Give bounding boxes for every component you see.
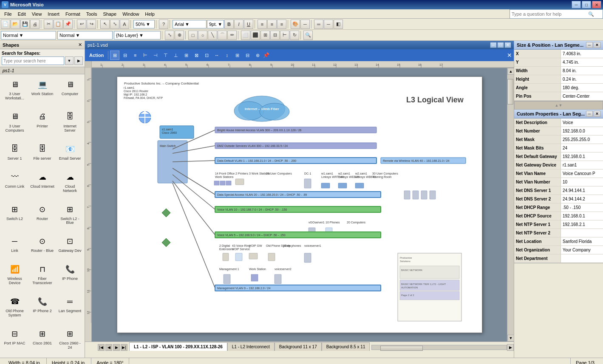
paste-button[interactable]: 📌 bbox=[63, 20, 73, 29]
tab-next-btn[interactable]: ▶ bbox=[113, 344, 120, 351]
props-minimize-btn[interactable]: ─ bbox=[586, 111, 593, 117]
tab-2[interactable]: Background 11 x 17 bbox=[275, 342, 322, 351]
tab-first-btn[interactable]: |◀ bbox=[98, 344, 105, 351]
align-btn[interactable]: ⊢ bbox=[280, 31, 289, 40]
font-dropdown[interactable]: Arial ▼ bbox=[173, 20, 207, 28]
search-dropdown-btn[interactable]: ▼ bbox=[65, 56, 74, 65]
shape-item-25[interactable]: ⊞ Cisco 2801 bbox=[28, 324, 56, 357]
bold-button[interactable]: B bbox=[224, 20, 234, 29]
shapes-tab[interactable]: ps1-1 bbox=[0, 67, 85, 74]
action-btn-9[interactable]: ⊠ bbox=[192, 51, 201, 60]
shape-item-12[interactable]: ⊞ Switch L2 bbox=[1, 200, 28, 232]
rotate-btn[interactable]: ↻ bbox=[290, 31, 299, 40]
size-value-1[interactable]: 4.745 in. bbox=[561, 58, 603, 66]
minimize-button[interactable]: ─ bbox=[572, 1, 581, 8]
prop-value-12[interactable]: 192.168.2.1 bbox=[561, 220, 603, 229]
shape-item-16[interactable]: ⊙ Router - Blue bbox=[28, 232, 56, 260]
zoom-in-btn[interactable]: 🔍 bbox=[303, 31, 313, 40]
doc-minimize-btn[interactable]: ─ bbox=[490, 42, 497, 48]
hscroll-thumb[interactable] bbox=[380, 346, 423, 351]
redo-button[interactable]: ↪ bbox=[87, 20, 96, 29]
shape-item-7[interactable]: 🗄 File server bbox=[28, 140, 56, 168]
size-dropdown[interactable]: 9pt. ▼ bbox=[207, 20, 224, 28]
shape-item-17[interactable]: ⊡ Gateway Dev bbox=[56, 232, 84, 260]
prop-value-16[interactable] bbox=[561, 254, 603, 262]
vscroll-up-btn[interactable]: ▲ bbox=[507, 68, 514, 75]
horizontal-scrollbar[interactable]: ▶ bbox=[371, 344, 514, 351]
line-btn[interactable]: ╲ bbox=[208, 31, 217, 40]
shape-item-9[interactable]: 〰 Comm Link bbox=[1, 168, 28, 200]
action-btn-6[interactable]: ⊤ bbox=[161, 51, 170, 60]
action-btn-11[interactable]: ↔ bbox=[212, 51, 221, 60]
shape-item-8[interactable]: 📧 Email Server bbox=[56, 140, 84, 168]
action-pin-btn[interactable]: 📌 bbox=[263, 52, 269, 58]
menu-shape[interactable]: Shape bbox=[100, 11, 119, 17]
action-btn-1[interactable]: ⊞ bbox=[110, 51, 119, 60]
shapes-close-button[interactable]: ✕ bbox=[78, 42, 82, 48]
prop-value-7[interactable]: 10 bbox=[561, 178, 603, 186]
pencil-btn[interactable]: ✏ bbox=[227, 31, 237, 40]
shape-item-4[interactable]: 🖨 Printer bbox=[28, 107, 56, 140]
connect-btn[interactable]: ⊕ bbox=[175, 31, 184, 40]
shape-item-3[interactable]: 🖥 3 User Computers bbox=[1, 107, 28, 140]
prop-value-11[interactable]: 192.168.0.1 bbox=[561, 212, 603, 220]
search-input[interactable] bbox=[3, 59, 62, 63]
line-color-button[interactable]: ─ bbox=[300, 20, 310, 29]
size-close-btn[interactable]: ✕ bbox=[594, 42, 600, 48]
shape-item-13[interactable]: ⊙ Router bbox=[28, 200, 56, 232]
action-btn-12[interactable]: ↕ bbox=[222, 51, 232, 60]
prop-value-3[interactable]: 24 bbox=[561, 144, 603, 152]
action-btn-14[interactable]: ⊟ bbox=[243, 51, 252, 60]
layer-dropdown[interactable]: {No Layer} ▼ bbox=[114, 31, 161, 40]
connector-type-btn[interactable]: ⤡ bbox=[165, 31, 174, 40]
vertical-scrollbar[interactable]: ▲ ▼ bbox=[507, 68, 514, 341]
arc-btn[interactable]: ⌒ bbox=[218, 31, 227, 40]
action-btn-2[interactable]: ⊟ bbox=[120, 51, 130, 60]
ellipse-btn[interactable]: ○ bbox=[198, 31, 207, 40]
prop-value-0[interactable]: Voice bbox=[561, 119, 603, 127]
menu-help[interactable]: Help bbox=[142, 11, 157, 17]
italic-button[interactable]: I bbox=[234, 20, 243, 29]
prop-value-10[interactable]: .50 - .150 bbox=[561, 203, 603, 212]
tab-1[interactable]: L1 - L2 Interconnect bbox=[227, 342, 275, 351]
ungroup-btn[interactable]: ⊟ bbox=[270, 31, 280, 40]
fill-color-button[interactable]: 🎨 bbox=[291, 20, 300, 29]
shape-item-15[interactable]: ─ Link bbox=[1, 232, 28, 260]
align-center-button[interactable]: ≡ bbox=[267, 20, 277, 29]
vscroll-down-btn[interactable]: ▼ bbox=[507, 335, 514, 341]
prop-value-9[interactable]: 24.94.144.2 bbox=[561, 195, 603, 203]
shape-item-1[interactable]: 💻 Work Station bbox=[28, 75, 56, 107]
help-btn[interactable]: ? bbox=[159, 20, 168, 29]
size-value-2[interactable]: 8.04 in. bbox=[561, 67, 603, 75]
action-btn-7[interactable]: ⊥ bbox=[171, 51, 181, 60]
send-back-btn[interactable]: ⬛ bbox=[251, 31, 260, 40]
tab-last-btn[interactable]: ▶| bbox=[121, 344, 127, 351]
action-btn-13[interactable]: ⊞ bbox=[232, 51, 242, 60]
action-btn-4[interactable]: ⊢ bbox=[141, 51, 150, 60]
tab-prev-btn[interactable]: ◀ bbox=[105, 344, 112, 351]
shape-item-22[interactable]: 📞 IP Phone 2 bbox=[28, 292, 56, 324]
tab-0[interactable]: L1 - L2 - ISP - VLAN 100 - 209.XX.11X.12… bbox=[129, 342, 227, 351]
props-close-btn[interactable]: ✕ bbox=[594, 111, 600, 117]
undo-button[interactable]: ↩ bbox=[77, 20, 86, 29]
style1-dropdown[interactable]: Normal ▼ bbox=[1, 31, 56, 40]
shape-item-26[interactable]: ⊞ Cisco 2960 - 24 bbox=[56, 324, 84, 357]
menu-file[interactable]: File bbox=[2, 11, 14, 17]
doc-close-btn[interactable]: ✕ bbox=[504, 42, 511, 48]
shape-item-20[interactable]: 📞 IP Phone bbox=[56, 260, 84, 292]
shape-item-6[interactable]: 🗄 Server 1 bbox=[1, 140, 28, 168]
shape-item-10[interactable]: ☁ Cloud Internet bbox=[28, 168, 56, 200]
shape-item-21[interactable]: ☎ Old Phone System bbox=[1, 292, 28, 324]
action-btn-3[interactable]: ≡ bbox=[130, 51, 140, 60]
menu-tools[interactable]: Tools bbox=[84, 11, 100, 17]
copy-button[interactable]: 📋 bbox=[54, 20, 63, 29]
shape-item-24[interactable]: ⊟ Port IP MAC bbox=[1, 324, 28, 357]
size-value-0[interactable]: 7.4063 in. bbox=[561, 50, 603, 58]
menu-edit[interactable]: Edit bbox=[15, 11, 28, 17]
shape-item-5[interactable]: 🗄 Internet Server bbox=[56, 107, 84, 140]
action-close-btn[interactable]: ✕ bbox=[507, 52, 512, 59]
rect-btn[interactable]: □ bbox=[188, 31, 198, 40]
save-button[interactable]: 💾 bbox=[20, 20, 30, 29]
print-button[interactable]: 🖨 bbox=[30, 20, 40, 29]
new-button[interactable]: 📄 bbox=[1, 20, 10, 29]
